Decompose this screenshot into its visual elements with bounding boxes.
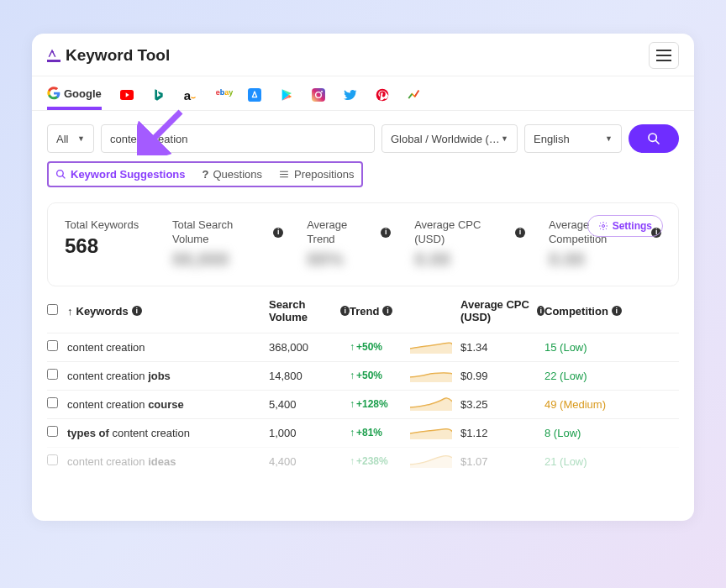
source-bing[interactable] bbox=[152, 80, 166, 110]
search-button[interactable] bbox=[629, 124, 679, 153]
stat-value: 568 bbox=[65, 234, 149, 258]
svg-point-10 bbox=[602, 225, 604, 228]
settings-label: Settings bbox=[613, 220, 652, 232]
source-twitter[interactable] bbox=[344, 80, 357, 110]
col-keywords[interactable]: ↑ Keywords i bbox=[67, 305, 269, 318]
row-checkbox[interactable] bbox=[47, 426, 58, 437]
cell-volume: 368,000 bbox=[269, 341, 350, 354]
tab-keyword-suggestions[interactable]: Keyword Suggestions bbox=[55, 168, 186, 181]
keyword-input[interactable]: content creation bbox=[101, 124, 375, 153]
info-icon[interactable]: i bbox=[382, 306, 392, 316]
row-checkbox[interactable] bbox=[47, 340, 58, 351]
sort-arrow-icon: ↑ bbox=[67, 305, 73, 318]
source-trends[interactable] bbox=[408, 80, 421, 110]
info-icon[interactable]: i bbox=[132, 306, 142, 316]
pinterest-icon bbox=[376, 88, 389, 102]
caret-icon: ▼ bbox=[77, 134, 85, 143]
source-amazon[interactable]: a⌣ bbox=[184, 80, 197, 110]
table-header: ↑ Keywords i Search Volume i Trend i Ave… bbox=[47, 298, 679, 333]
svg-line-9 bbox=[62, 176, 65, 178]
cell-competition: 15 (Low) bbox=[544, 341, 637, 354]
row-checkbox[interactable] bbox=[47, 369, 58, 380]
youtube-icon bbox=[120, 88, 134, 102]
info-icon[interactable]: i bbox=[273, 228, 283, 238]
search-row: All ▼ content creation Global / Worldwid… bbox=[32, 111, 694, 161]
cell-trend: ↑ +50% bbox=[350, 370, 410, 381]
language-select[interactable]: English ▼ bbox=[524, 124, 622, 153]
source-google[interactable]: Google bbox=[47, 80, 102, 110]
caret-icon: ▼ bbox=[605, 134, 613, 143]
cell-trend: ↑ +128% bbox=[350, 398, 410, 410]
cell-keyword: types of content creation bbox=[67, 427, 269, 439]
stat-blurred-value: 8.88 bbox=[414, 249, 525, 270]
col-avg-cpc[interactable]: Average CPC (USD) i bbox=[460, 298, 544, 324]
arrow-up-icon: ↑ bbox=[350, 427, 355, 438]
cell-sparkline bbox=[410, 339, 460, 356]
appstore-icon bbox=[248, 88, 261, 102]
source-instagram[interactable] bbox=[312, 80, 325, 110]
stat-label: Average CPC (USD) bbox=[414, 218, 512, 247]
trends-icon bbox=[408, 88, 421, 102]
table-row: content creation ideas 4,400 ↑ +238% $1.… bbox=[47, 447, 679, 475]
cell-cpc: $1.12 bbox=[460, 427, 544, 439]
tab-label: Prepositions bbox=[294, 168, 355, 181]
tab-questions[interactable]: ? Questions bbox=[203, 168, 263, 181]
filter-select[interactable]: All ▼ bbox=[47, 124, 94, 153]
svg-point-8 bbox=[57, 171, 64, 177]
source-appstore[interactable] bbox=[248, 80, 261, 110]
cell-keyword: content creation ideas bbox=[67, 455, 269, 468]
settings-button[interactable]: Settings bbox=[587, 215, 663, 237]
cell-trend: ↑ +238% bbox=[350, 455, 410, 467]
cell-cpc: $3.25 bbox=[460, 398, 544, 411]
stat-label: Total Keywords bbox=[65, 218, 149, 233]
stat-blurred-value: 88,888 bbox=[172, 249, 283, 270]
tab-label: Questions bbox=[213, 168, 262, 181]
cell-competition: 8 (Low) bbox=[544, 427, 637, 439]
svg-line-7 bbox=[655, 140, 659, 144]
summary-panel: Total Keywords 568 Total Search Volume i… bbox=[47, 202, 679, 286]
tab-prepositions[interactable]: Prepositions bbox=[279, 168, 355, 181]
cell-competition: 49 (Medium) bbox=[544, 398, 637, 411]
col-trend[interactable]: Trend i bbox=[350, 305, 410, 318]
tab-label: Keyword Suggestions bbox=[71, 168, 186, 181]
info-icon[interactable]: i bbox=[612, 306, 622, 316]
list-icon bbox=[279, 169, 290, 180]
result-type-tabs: Keyword Suggestions ? Questions Preposit… bbox=[47, 161, 363, 187]
google-icon bbox=[47, 87, 60, 100]
instagram-icon bbox=[312, 88, 325, 102]
row-checkbox[interactable] bbox=[47, 454, 58, 465]
ebay-icon: ebay bbox=[216, 88, 229, 102]
location-value: Global / Worldwide (All C… bbox=[391, 133, 501, 145]
info-icon[interactable]: i bbox=[537, 306, 544, 316]
cell-cpc: $1.34 bbox=[460, 341, 544, 354]
cell-sparkline bbox=[410, 396, 460, 413]
col-competition[interactable]: Competition i bbox=[544, 305, 637, 318]
info-icon[interactable]: i bbox=[340, 306, 350, 316]
source-google-label: Google bbox=[64, 87, 102, 100]
source-bar: Google a⌣ ebay bbox=[32, 76, 694, 111]
info-icon[interactable]: i bbox=[515, 228, 525, 238]
source-youtube[interactable] bbox=[120, 80, 134, 110]
source-playstore[interactable] bbox=[280, 80, 293, 110]
search-icon bbox=[55, 169, 66, 180]
cell-keyword: content creation course bbox=[67, 398, 269, 411]
stat-total-search-volume: Total Search Volume i 88,888 bbox=[172, 218, 283, 270]
location-select[interactable]: Global / Worldwide (All C… ▼ bbox=[381, 124, 518, 153]
cell-trend: ↑ +81% bbox=[350, 427, 410, 438]
menu-button[interactable] bbox=[649, 42, 679, 69]
stat-average-cpc: Average CPC (USD) i 8.88 bbox=[414, 218, 525, 270]
info-icon[interactable]: i bbox=[381, 228, 391, 238]
language-value: English bbox=[534, 133, 570, 145]
search-icon bbox=[647, 132, 660, 145]
arrow-up-icon: ↑ bbox=[350, 398, 355, 410]
question-icon: ? bbox=[203, 168, 209, 181]
cell-keyword: content creation bbox=[67, 341, 269, 354]
select-all-checkbox[interactable] bbox=[47, 304, 58, 315]
playstore-icon bbox=[280, 88, 293, 102]
row-checkbox[interactable] bbox=[47, 397, 58, 408]
source-pinterest[interactable] bbox=[376, 80, 389, 110]
stat-total-keywords: Total Keywords 568 bbox=[65, 218, 149, 258]
cell-competition: 21 (Low) bbox=[544, 455, 637, 468]
source-ebay[interactable]: ebay bbox=[216, 80, 229, 110]
col-search-volume[interactable]: Search Volume i bbox=[269, 298, 350, 324]
